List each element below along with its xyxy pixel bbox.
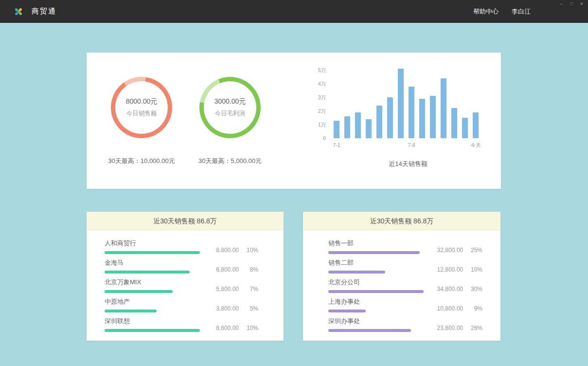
help-center-link[interactable]: 帮助中心 [473,7,499,16]
bar [398,69,404,138]
item-name: 人和商贸行 [105,239,200,247]
overview-card: 8000.00元 今日销售额 30天最高：10,000.00元 3000.00元… [87,53,501,189]
customer-sales-list: 人和商贸行8,800.0010%金海马6,800.008%北京万象MIX5,80… [87,230,284,332]
item-name: 上海办事处 [328,297,366,306]
item-percent: 30% [463,286,482,293]
user-menu[interactable]: 李白江 [512,7,531,16]
item-percent: 10% [239,247,258,254]
item-name: 深圳联想 [105,317,200,325]
y-axis-tick: 5万 [318,67,326,73]
bars-area [334,65,482,138]
progress-bar [328,271,385,274]
bar [473,112,479,138]
donut-center: 3000.00元 今日毛利润 [204,81,256,134]
item-amount: 3,800.00 [200,305,239,312]
bar [344,116,350,138]
x-axis-tick: 7-1 [333,142,340,148]
x-axis-tick: 今天 [471,142,481,149]
progress-bar [105,310,157,312]
list-item: 深圳办事处23,800.0026% [328,317,482,332]
item-amount: 34,800.00 [424,286,463,293]
bar [355,112,361,138]
item-percent: 10% [463,266,482,274]
item-percent: 8% [239,266,258,274]
progress-bar [105,290,173,293]
y-axis: 5万4万3万2万1万0 [310,65,330,138]
title-bar: 商贸通 帮助中心 李白江 ─ □ ✕ [0,0,588,23]
item-percent: 5% [239,305,258,312]
list-item: 销售一部32,800.0025% [328,239,482,254]
window-controls: ─ □ ✕ [558,1,585,7]
item-name: 深圳办事处 [328,317,411,325]
app-logo-icon [13,6,25,18]
progress-bar [328,290,424,293]
list-item: 北京万象MIX5,800.007% [105,278,258,293]
bar-chart-plot: 5万4万3万2万1万0 [310,65,490,138]
app-title: 商贸通 [32,7,56,16]
bar [419,99,425,138]
list-item: 销售二部12,800.0010% [328,258,482,274]
customer-sales-panel-title: 近30天销售额 86.8万 [87,212,284,230]
item-amount: 10,800.00 [424,305,463,312]
item-amount: 32,800.00 [424,247,463,254]
today-profit-donut-block: 3000.00元 今日毛利润 30天最高：5,000.00元 [184,77,276,165]
item-amount: 6,800.00 [200,266,239,274]
close-button[interactable]: ✕ [579,1,585,7]
item-name: 北京分公司 [328,278,424,286]
topbar-menu: 帮助中心 李白江 [473,7,588,16]
item-percent: 26% [463,325,482,332]
app-window: 商贸通 帮助中心 李白江 ─ □ ✕ 8000.00元 今日销售额 30天最高：… [0,0,588,366]
y-axis-tick: 1万 [318,121,326,128]
today-sales-value: 8000.00元 [126,97,158,106]
list-item: 人和商贸行8,800.0010% [105,239,258,254]
department-sales-panel: 近30天销售额 86.8万 销售一部32,800.0025%销售二部12,800… [303,212,500,341]
list-item: 深圳联想8,800.0010% [105,317,258,332]
item-percent: 25% [463,247,482,254]
today-sales-label: 今日销售额 [126,110,157,118]
list-item: 中原地产3,800.005% [105,297,258,312]
bar [376,106,382,138]
item-percent: 7% [239,286,258,293]
y-axis-tick: 4万 [318,80,326,87]
y-axis-tick: 0 [323,135,326,142]
today-profit-donut-chart: 3000.00元 今日毛利润 [199,77,261,138]
item-name: 中原地产 [105,297,157,306]
today-profit-value: 3000.00元 [214,97,246,106]
progress-bar [105,329,200,332]
item-name: 销售一部 [328,239,420,247]
maximize-button[interactable]: □ [569,1,574,7]
y-axis-tick: 2万 [318,108,326,114]
item-percent: 10% [239,325,258,332]
today-profit-30d-max: 30天最高：5,000.00元 [184,157,276,165]
bar [409,87,414,138]
sales-14d-bar-chart: 5万4万3万2万1万0 7-17-8今天 近14天销售额 [310,65,490,168]
bar [441,78,446,138]
item-percent: 9% [463,305,482,312]
today-sales-donut-chart: 8000.00元 今日销售额 [111,77,172,138]
item-amount: 8,800.00 [200,247,239,254]
department-sales-list: 销售一部32,800.0025%销售二部12,800.0010%北京分公司34,… [303,230,500,332]
y-axis-tick: 3万 [318,94,326,101]
today-sales-donut-block: 8000.00元 今日销售额 30天最高：10,000.00元 [95,77,188,165]
list-item: 北京分公司34,800.0030% [328,278,482,293]
bar [462,118,468,138]
item-amount: 23,800.00 [424,325,463,332]
donut-center: 8000.00元 今日销售额 [115,81,168,134]
minimize-button[interactable]: ─ [558,1,564,7]
bar [387,97,393,138]
customer-sales-panel: 近30天销售额 86.8万 人和商贸行8,800.0010%金海马6,800.0… [87,212,284,341]
item-name: 北京万象MIX [105,278,173,286]
progress-bar [328,329,411,332]
progress-bar [105,251,200,254]
bar [430,96,436,138]
bar-chart-caption: 近14天销售额 [334,160,482,168]
item-name: 金海马 [105,258,190,267]
x-axis: 7-17-8今天 [334,141,490,149]
department-sales-panel-title: 近30天销售额 86.8万 [303,212,500,230]
list-item: 金海马6,800.008% [105,258,258,274]
progress-bar [105,271,190,274]
item-name: 销售二部 [328,258,385,267]
x-axis-tick: 7-8 [408,142,415,148]
bar [366,119,372,138]
item-amount: 8,800.00 [200,325,239,332]
